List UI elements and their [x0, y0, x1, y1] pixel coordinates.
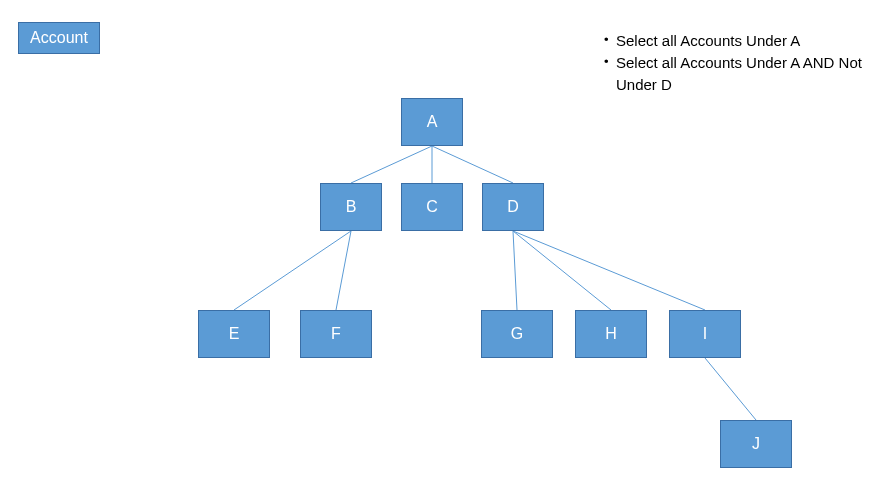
svg-line-6: [513, 231, 611, 310]
node-label: C: [426, 198, 438, 216]
bullet-text: Select all Accounts Under A AND Not Unde…: [616, 52, 862, 96]
node-d: D: [482, 183, 544, 231]
node-b: B: [320, 183, 382, 231]
node-label: G: [511, 325, 523, 343]
node-i: I: [669, 310, 741, 358]
list-item: • Select all Accounts Under A: [604, 30, 862, 52]
node-h: H: [575, 310, 647, 358]
node-c: C: [401, 183, 463, 231]
node-label: I: [703, 325, 707, 343]
node-g: G: [481, 310, 553, 358]
bullet-text: Select all Accounts Under A: [616, 30, 800, 52]
svg-line-3: [234, 231, 351, 310]
legend-account-label: Account: [30, 29, 88, 47]
node-label: A: [427, 113, 438, 131]
list-item: • Select all Accounts Under A AND Not Un…: [604, 52, 862, 96]
node-label: J: [752, 435, 760, 453]
node-label: B: [346, 198, 357, 216]
legend-account-box: Account: [18, 22, 100, 54]
svg-line-7: [513, 231, 705, 310]
svg-line-8: [705, 358, 756, 420]
svg-line-0: [351, 146, 432, 183]
node-f: F: [300, 310, 372, 358]
svg-line-5: [513, 231, 517, 310]
node-label: H: [605, 325, 617, 343]
node-e: E: [198, 310, 270, 358]
bullet-icon: •: [604, 30, 616, 50]
bullet-icon: •: [604, 52, 616, 72]
node-label: D: [507, 198, 519, 216]
svg-line-2: [432, 146, 513, 183]
node-a: A: [401, 98, 463, 146]
svg-line-4: [336, 231, 351, 310]
query-bullet-list: • Select all Accounts Under A • Select a…: [604, 30, 862, 95]
node-j: J: [720, 420, 792, 468]
node-label: E: [229, 325, 240, 343]
node-label: F: [331, 325, 341, 343]
